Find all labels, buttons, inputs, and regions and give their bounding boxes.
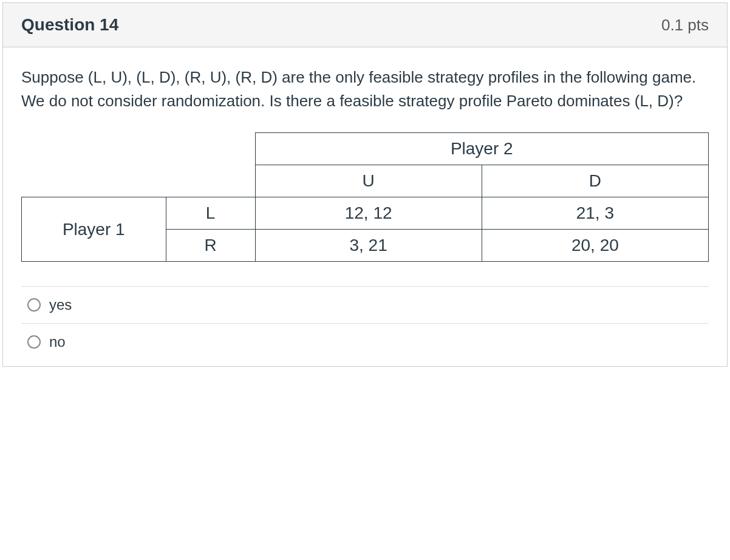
radio-icon[interactable] [27, 298, 41, 312]
answer-option-no[interactable]: no [21, 324, 709, 360]
row-header-r: R [166, 230, 255, 262]
question-body: Suppose (L, U), (L, D), (R, U), (R, D) a… [3, 47, 727, 366]
answer-label: yes [49, 296, 72, 313]
table-blank [166, 133, 255, 165]
player1-label: Player 1 [22, 197, 166, 262]
table-blank [166, 165, 255, 197]
question-container: Question 14 0.1 pts Suppose (L, U), (L, … [2, 2, 728, 367]
payoff-lu: 12, 12 [255, 197, 482, 230]
row-header-l: L [166, 197, 255, 230]
table-blank [22, 165, 166, 197]
player2-label: Player 2 [255, 133, 708, 165]
answer-label: no [49, 333, 66, 350]
payoff-table: Player 2 U D Player 1 L 12, 12 21, 3 R 3… [21, 132, 709, 262]
col-header-d: D [482, 165, 708, 197]
answers: yes no [21, 286, 709, 360]
question-points: 0.1 pts [661, 16, 709, 35]
col-header-u: U [255, 165, 482, 197]
radio-icon[interactable] [27, 335, 41, 349]
table-blank [22, 133, 166, 165]
payoff-ld: 21, 3 [482, 197, 708, 230]
payoff-ru: 3, 21 [255, 230, 482, 262]
question-text: Suppose (L, U), (L, D), (R, U), (R, D) a… [21, 66, 709, 113]
question-header: Question 14 0.1 pts [3, 3, 727, 47]
question-title: Question 14 [21, 15, 118, 35]
payoff-rd: 20, 20 [482, 230, 708, 262]
answer-option-yes[interactable]: yes [21, 287, 709, 324]
